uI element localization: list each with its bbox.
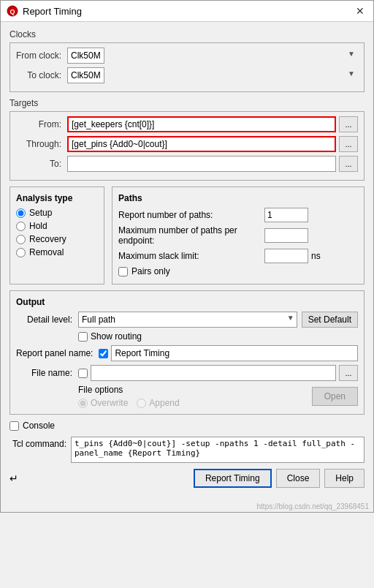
- app-icon: Q: [7, 5, 18, 17]
- open-btn[interactable]: Open: [312, 387, 358, 406]
- console-checkbox[interactable]: [9, 421, 19, 431]
- help-btn[interactable]: Help: [324, 469, 365, 488]
- paths-box: Paths Report number of paths: Maximum nu…: [112, 186, 365, 284]
- overwrite-radio[interactable]: [78, 399, 88, 408]
- report-panel-checkbox[interactable]: [99, 349, 108, 358]
- analysis-title: Analysis type: [16, 193, 98, 203]
- clocks-label: Clocks: [9, 29, 365, 39]
- console-label: Console: [23, 421, 55, 431]
- to-target-label: To:: [16, 159, 67, 169]
- detail-select-wrapper: Full path: [78, 312, 297, 328]
- targets-section: Targets From: ... Through: ... To: ...: [9, 98, 365, 181]
- hold-radio[interactable]: [16, 222, 26, 231]
- to-clock-label: To clock:: [16, 70, 67, 80]
- setup-radio[interactable]: [16, 208, 26, 218]
- show-routing-row: Show routing: [16, 331, 358, 342]
- clocks-group: From clock: Clk50M To clock: Clk50M: [9, 42, 365, 92]
- file-options-group: File options Overwrite Append: [78, 385, 188, 408]
- output-section: Output Detail level: Full path Set Defau…: [9, 290, 365, 415]
- targets-label: Targets: [9, 98, 365, 108]
- main-window: Q Report Timing ✕ Clocks From clock: Clk…: [0, 0, 374, 513]
- file-browse-btn[interactable]: ...: [339, 365, 358, 381]
- arrow-btn[interactable]: ↵: [9, 472, 18, 484]
- through-browse-btn[interactable]: ...: [339, 136, 358, 152]
- detail-level-label: Detail level:: [16, 314, 78, 325]
- max-slack-input[interactable]: [264, 249, 308, 263]
- max-paths-label: Maximum number of paths per endpoint:: [118, 225, 264, 246]
- close-dialog-btn[interactable]: Close: [276, 469, 321, 488]
- set-default-btn[interactable]: Set Default: [302, 312, 358, 328]
- tcl-label: Tcl command:: [9, 437, 66, 449]
- from-target-label: From:: [16, 119, 67, 129]
- to-target-row: To: ...: [16, 156, 358, 172]
- overwrite-label: Overwrite: [91, 398, 128, 408]
- console-row: Console: [9, 421, 365, 431]
- report-paths-input[interactable]: [264, 208, 308, 222]
- from-clock-label: From clock:: [16, 50, 67, 61]
- show-routing-checkbox[interactable]: [78, 332, 88, 342]
- detail-level-select[interactable]: Full path: [78, 312, 297, 328]
- max-paths-input[interactable]: [264, 228, 308, 243]
- to-target-input[interactable]: [67, 156, 336, 172]
- title-bar-left: Q Report Timing: [7, 5, 82, 17]
- pairs-only-label: Pairs only: [131, 266, 170, 276]
- tcl-row: Tcl command:: [9, 437, 365, 463]
- tcl-input[interactable]: [71, 437, 365, 463]
- append-radio[interactable]: [137, 399, 146, 408]
- analysis-paths-row: Analysis type Setup Hold Recovery Remova…: [9, 186, 365, 284]
- hold-radio-row: Hold: [16, 221, 98, 231]
- max-paths-row: Maximum number of paths per endpoint:: [118, 225, 358, 246]
- pairs-only-checkbox[interactable]: [118, 267, 128, 276]
- content-area: Clocks From clock: Clk50M To clock: Clk5…: [1, 22, 373, 501]
- window-title: Report Timing: [23, 6, 82, 17]
- report-panel-name-label: Report panel name:: [16, 348, 99, 358]
- to-clock-select[interactable]: Clk50M: [67, 67, 104, 83]
- file-options-radios: Overwrite Append: [78, 398, 188, 408]
- file-options-title: File options: [78, 385, 188, 395]
- file-name-input[interactable]: [91, 365, 336, 381]
- analysis-box: Analysis type Setup Hold Recovery Remova…: [9, 186, 104, 284]
- from-clock-select-wrapper: Clk50M: [67, 48, 358, 64]
- hold-label: Hold: [29, 221, 47, 231]
- max-slack-row: Maximum slack limit: ns: [118, 249, 358, 263]
- from-browse-btn[interactable]: ...: [339, 116, 358, 132]
- append-option: Append: [137, 398, 179, 408]
- paths-title: Paths: [118, 193, 358, 203]
- file-options-row: File options Overwrite Append Open: [78, 385, 358, 408]
- clocks-section: Clocks From clock: Clk50M To clock: Clk5…: [9, 29, 365, 92]
- report-paths-label: Report number of paths:: [118, 210, 264, 220]
- pairs-only-row: Pairs only: [118, 266, 358, 276]
- recovery-label: Recovery: [29, 234, 66, 244]
- from-target-input[interactable]: [67, 116, 336, 132]
- setup-radio-row: Setup: [16, 208, 98, 218]
- removal-radio[interactable]: [16, 248, 26, 257]
- through-target-input[interactable]: [67, 136, 336, 152]
- svg-text:Q: Q: [9, 8, 15, 15]
- overwrite-option: Overwrite: [78, 398, 128, 408]
- to-clock-row: To clock: Clk50M: [16, 67, 358, 83]
- to-browse-btn[interactable]: ...: [339, 156, 358, 172]
- ns-label: ns: [311, 251, 321, 261]
- setup-label: Setup: [29, 208, 52, 218]
- report-paths-row: Report number of paths:: [118, 208, 358, 222]
- close-button[interactable]: ✕: [353, 5, 367, 17]
- removal-label: Removal: [29, 247, 64, 257]
- output-title: Output: [16, 297, 358, 307]
- through-target-row: Through: ...: [16, 136, 358, 152]
- file-name-row: File name: ...: [16, 365, 358, 381]
- targets-group: From: ... Through: ... To: ...: [9, 111, 365, 181]
- bottom-buttons-row: ↵ Report Timing Close Help: [9, 469, 365, 494]
- report-panel-name-input[interactable]: [111, 345, 358, 361]
- title-bar: Q Report Timing ✕: [1, 1, 373, 22]
- detail-level-row: Detail level: Full path Set Default: [16, 312, 358, 328]
- from-target-row: From: ...: [16, 116, 358, 132]
- removal-radio-row: Removal: [16, 247, 98, 257]
- through-target-label: Through:: [16, 139, 67, 149]
- recovery-radio[interactable]: [16, 235, 26, 244]
- report-timing-btn[interactable]: Report Timing: [194, 469, 272, 488]
- show-routing-label: Show routing: [91, 331, 142, 342]
- recovery-radio-row: Recovery: [16, 234, 98, 244]
- file-name-checkbox[interactable]: [78, 369, 88, 378]
- report-panel-name-row: Report panel name:: [16, 345, 358, 361]
- from-clock-select[interactable]: Clk50M: [67, 48, 104, 64]
